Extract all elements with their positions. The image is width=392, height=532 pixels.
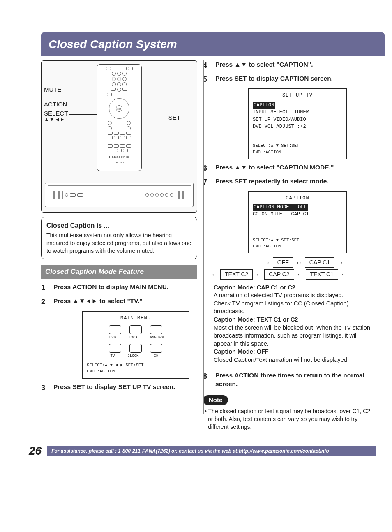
step-3: 3 Press SET to display SET UP TV screen. <box>41 383 197 393</box>
step-7: 7 Press SET repeatedly to select mode. <box>203 177 376 187</box>
step-num: 6 <box>203 163 211 173</box>
flow-off: OFF <box>273 257 293 268</box>
osd-hint: END :ACTION <box>253 149 342 155</box>
caption-mode-flow: → OFF ↔ CAP C1 → ← TEXT C2 ← CAP C2 ← TE… <box>211 257 376 280</box>
step-num: 2 <box>41 297 49 307</box>
step-text: Press ▲▼◄► to select "TV." <box>53 297 143 307</box>
arrow-left-right-icon: ↔ <box>296 258 302 267</box>
osd-line: INPUT SELECT :TUNER <box>253 109 342 116</box>
step-4: 4 Press ▲▼ to select "CAPTION". <box>203 60 376 70</box>
callout-arrows: ▲▼◄► <box>44 116 65 123</box>
menu-icon-clock <box>129 344 142 353</box>
osd-hint: END :ACTION <box>87 368 184 375</box>
step-8: 8 Press ACTION three times to return to … <box>203 371 376 389</box>
callout-mute: MUTE <box>44 86 62 94</box>
step-num: 1 <box>41 283 49 293</box>
osd-line: CC ON MUTE : CAP C1 <box>253 211 342 218</box>
step-num: 7 <box>203 177 211 187</box>
menu-icon-language <box>150 325 162 334</box>
callout-action: ACTION <box>44 100 67 109</box>
step-text: Press SET to display CAPTION screen. <box>215 74 333 84</box>
menu-icon-tv <box>109 344 121 353</box>
mode-body: Check TV program listings for CC (Closed… <box>214 300 376 316</box>
arrow-left-icon: ← <box>255 270 262 279</box>
flow-capc2: CAP C2 <box>264 269 294 280</box>
osd-line: DVD VOL ADJUST :+2 <box>253 123 342 130</box>
menu-label: CH <box>148 354 165 359</box>
menu-icon-dvd <box>109 325 121 334</box>
info-box-title: Closed Caption is ... <box>46 221 192 230</box>
mode-cap-title: Caption Mode: CAP C1 or C2 <box>214 284 376 292</box>
remote-model: TH/DVD <box>99 161 139 164</box>
step-num: 4 <box>203 60 211 70</box>
step-num: 5 <box>203 74 211 84</box>
remote-body: SET Panasonic TH/DVD <box>97 64 142 171</box>
menu-icon-lock <box>129 325 142 334</box>
osd-title: CAPTION <box>253 195 342 202</box>
step-num: 8 <box>203 371 211 389</box>
menu-label: TV <box>106 354 119 359</box>
menu-label: CLOCK <box>127 354 139 359</box>
step-text: Press SET repeatedly to select mode. <box>215 177 329 187</box>
osd-main-menu: MAIN MENU DVD LOCK LANGUAGE TV CLOCK CH <box>82 311 189 379</box>
flow-textc2: TEXT C2 <box>220 269 253 280</box>
closed-caption-is-box: Closed Caption is ... This multi-use sys… <box>41 217 197 259</box>
step-text: Press ACTION to display MAIN MENU. <box>53 283 168 293</box>
page-title: Closed Caption System <box>41 32 385 56</box>
step-5: 5 Press SET to display CAPTION screen. <box>203 74 376 84</box>
osd-hint: END :ACTION <box>253 243 342 250</box>
mode-off-title: Caption Mode: OFF <box>214 348 376 356</box>
note-label: Note <box>203 395 228 405</box>
menu-label: LANGUAGE <box>148 335 165 340</box>
note-body: • The closed caption or text signal may … <box>203 407 376 431</box>
remote-brand: Panasonic <box>99 155 139 160</box>
osd-line: SET UP VIDEO/AUDIO <box>253 116 342 123</box>
mode-body: A narration of selected TV programs is d… <box>214 291 376 300</box>
osd-set-up-tv: SET UP TV CAPTION INPUT SELECT :TUNER SE… <box>248 88 347 159</box>
arrow-left-icon: ← <box>211 270 218 279</box>
page-number: 26 <box>29 443 42 459</box>
section-closed-caption-mode: Closed Caption Mode Feature <box>41 265 197 279</box>
step-2: 2 Press ▲▼◄► to select "TV." <box>41 297 197 307</box>
osd-highlight: CAPTION <box>253 102 275 109</box>
info-box-body: This multi-use system not only allows th… <box>46 231 192 255</box>
flow-textc1: TEXT C1 <box>306 269 338 280</box>
caption-modes-description: Caption Mode: CAP C1 or C2 A narration o… <box>214 284 376 364</box>
osd-hint: SELECT:▲ ▼ SET:SET <box>253 143 342 149</box>
osd-caption: CAPTION CAPTION MODE : OFF CC ON MUTE : … <box>248 191 347 253</box>
footer-assistance: For assistance, please call : 1-800-211-… <box>47 446 376 456</box>
step-text: Press ▲▼ to select "CAPTION MODE." <box>215 163 334 173</box>
step-text: Press SET to display SET UP TV screen. <box>53 383 175 393</box>
arrow-right-icon: → <box>337 258 344 267</box>
osd-hint: SELECT:▲ ▼ SET:SET <box>253 237 342 243</box>
menu-label: LOCK <box>127 335 139 340</box>
mode-body: Closed Caption/Text narration will not b… <box>214 356 376 364</box>
step-text: Press ▲▼ to select "CAPTION". <box>215 60 313 70</box>
step-6: 6 Press ▲▼ to select "CAPTION MODE." <box>203 163 376 173</box>
osd-hint: SELECT:▲ ▼ ◄ ► SET:SET <box>87 362 184 368</box>
flow-capc1: CAP C1 <box>305 257 334 268</box>
page-footer: 26 For assistance, please call : 1-800-2… <box>29 443 376 459</box>
dvd-deck <box>45 183 194 207</box>
arrow-right-icon: → <box>264 258 270 267</box>
menu-icon-ch <box>150 344 162 353</box>
arrow-left-icon: ← <box>341 270 347 279</box>
osd-title: SET UP TV <box>253 92 342 99</box>
mode-text-title: Caption Mode: TEXT C1 or C2 <box>214 316 376 324</box>
step-1: 1 Press ACTION to display MAIN MENU. <box>41 283 197 293</box>
mode-body: Most of the screen will be blocked out. … <box>214 324 376 348</box>
arrow-left-icon: ← <box>297 270 303 279</box>
callout-set: SET <box>168 113 180 122</box>
print-color-bars <box>0 0 392 10</box>
menu-label: DVD <box>106 335 119 340</box>
step-text: Press ACTION three times to return to th… <box>215 371 376 389</box>
remote-illustration: MUTE ACTION SELECT ▲▼◄► SET SET <box>41 60 197 213</box>
osd-highlight: CAPTION MODE : OFF <box>253 204 308 211</box>
column-divider <box>203 60 204 414</box>
osd-title: MAIN MENU <box>87 315 184 322</box>
step-num: 3 <box>41 383 49 393</box>
